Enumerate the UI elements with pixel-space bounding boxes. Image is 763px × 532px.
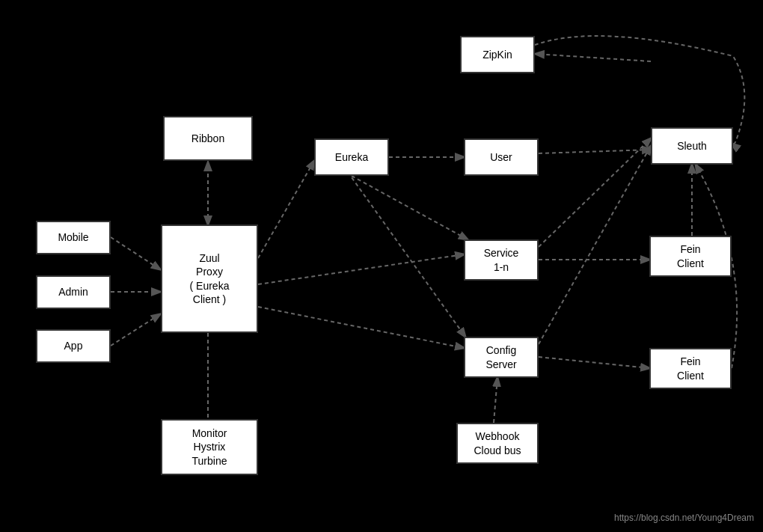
watermark-text: https://blog.csdn.net/Young4Dream xyxy=(614,513,754,523)
svg-line-12 xyxy=(539,357,649,368)
svg-line-14 xyxy=(539,138,651,247)
zipkin-node: ZipKin xyxy=(460,36,535,73)
configserver-node: Config Server xyxy=(464,337,539,378)
eureka-node: Eureka xyxy=(314,138,389,176)
svg-line-17 xyxy=(494,378,497,423)
mobile-node: Mobile xyxy=(36,221,111,254)
sleuth-node: Sleuth xyxy=(651,127,733,165)
feinclient1-node: Fein Client xyxy=(649,236,732,277)
app-node: App xyxy=(36,329,111,363)
svg-line-6 xyxy=(539,150,651,153)
svg-line-8 xyxy=(258,307,464,348)
svg-line-7 xyxy=(258,254,464,284)
admin-node: Admin xyxy=(36,275,111,309)
ribbon-node: Ribbon xyxy=(163,116,253,161)
svg-line-2 xyxy=(111,314,160,346)
svg-line-16 xyxy=(536,54,651,61)
arrows-svg xyxy=(0,0,763,532)
svg-line-9 xyxy=(352,176,468,239)
service-node: Service 1-n xyxy=(464,239,539,281)
monitor-node: Monitor Hystrix Turbine xyxy=(161,419,258,475)
feinclient2-node: Fein Client xyxy=(649,348,732,389)
diagram-container: ZipKin Ribbon Eureka User Sleuth Mobile … xyxy=(0,0,763,532)
user-node: User xyxy=(464,138,539,176)
zuul-node: Zuul Proxy ( Eureka Client ) xyxy=(161,224,258,333)
webhook-node: Webhook Cloud bus xyxy=(456,423,539,464)
svg-line-15 xyxy=(539,146,651,344)
svg-line-4 xyxy=(258,161,314,258)
svg-line-0 xyxy=(111,237,160,269)
svg-line-10 xyxy=(348,172,465,337)
